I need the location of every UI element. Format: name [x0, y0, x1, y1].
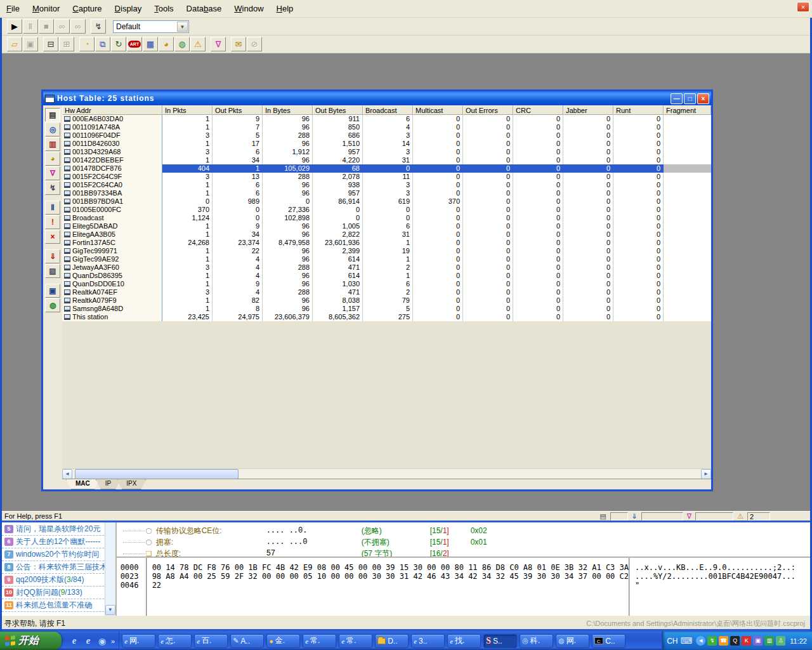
column-header-hw-addr[interactable]: Hw Addr — [62, 105, 162, 115]
host-address-cell[interactable]: 000EA6B03DA0 — [62, 115, 162, 123]
table-row[interactable]: Fortin137A5C24,26823,3748,479,95823,601,… — [62, 239, 711, 247]
table-row[interactable]: Eliteg5DABAD19961,005600000 — [62, 222, 711, 230]
column-header-runt[interactable]: Runt — [613, 105, 664, 115]
forum-topic-item[interactable]: 8公告：科来软件第三届技术 — [2, 561, 117, 574]
decode-field-row[interactable]: ◯传输协议忽略CE位:.... ..0.(忽略)[15/1]0x02 — [117, 525, 487, 536]
table-row[interactable]: GigTec999971122962,3991900000 — [62, 247, 711, 255]
tray-database-icon[interactable]: ▥ — [764, 636, 774, 646]
node-explorer-button[interactable]: ⧉ — [95, 37, 110, 51]
host-address-cell[interactable]: 001478DCF876 — [62, 164, 162, 173]
host-address-cell[interactable]: Eliteg5DABAD — [62, 222, 162, 230]
bar-chart-button[interactable]: ▥ — [45, 137, 60, 151]
table-row[interactable]: 01005E0000FC370027,3360000000 — [62, 206, 711, 214]
taskbar-button[interactable]: D.. — [375, 634, 409, 648]
forum-topic-item[interactable]: 11科来抓总包流量不准确 — [2, 599, 117, 612]
scroll-left-icon[interactable]: ◄ — [62, 469, 72, 479]
forum-topic-item[interactable]: 7windows20个节约你时间 — [2, 548, 117, 561]
tray-collapse-icon[interactable]: ◄ — [696, 636, 705, 646]
tray-update-icon[interactable]: ↯ — [707, 636, 717, 646]
minimize-button[interactable]: — — [671, 93, 683, 104]
table-row[interactable]: QuanDsD863951496614100000 — [62, 272, 711, 280]
alarm-icon[interactable]: ⚠ — [737, 512, 743, 521]
column-header-in-bytes[interactable]: In Bytes — [263, 105, 313, 115]
maximize-button[interactable]: □ — [684, 93, 696, 104]
host-address-cell[interactable]: Samsng8A648D — [62, 305, 162, 313]
details-view-button[interactable]: ▤ — [45, 108, 60, 122]
forum-topic-item[interactable]: 6关于人生的12个幽默------ — [2, 536, 117, 548]
host-address-cell[interactable]: JetwayAA3F60 — [62, 263, 162, 272]
open-project-button[interactable]: ▱ — [7, 37, 22, 51]
chevron-down-icon[interactable]: ▼ — [177, 22, 188, 32]
host-table-titlebar[interactable]: Host Table: 25 stations — □ × — [43, 91, 711, 105]
filter-button[interactable]: ∇ — [45, 166, 60, 180]
column-header-out-bytes[interactable]: Out Bytes — [313, 105, 363, 115]
delete-button[interactable]: × — [45, 230, 60, 244]
close-icon[interactable]: × — [797, 2, 809, 12]
table-row[interactable]: 0015F2C64C9F3132882,0781100000 — [62, 173, 711, 181]
column-header-out-errors[interactable]: Out Errors — [463, 105, 513, 115]
globe-online-button[interactable]: ◍ — [174, 37, 190, 51]
find-host-button[interactable]: ◎ — [45, 123, 60, 136]
host-address-cell[interactable]: QuanDsD86395 — [62, 272, 162, 280]
art-analysis-button[interactable]: ART — [127, 37, 142, 51]
language-indicator[interactable]: CH — [667, 637, 678, 646]
host-address-cell[interactable]: GigTec99AE92 — [62, 255, 162, 263]
table-row[interactable]: 001478DCF8764041105,02968000000 — [62, 164, 711, 173]
taskbar-button[interactable]: e百. — [194, 634, 228, 648]
taskbar-button[interactable]: e3.. — [411, 634, 445, 648]
computer-button[interactable]: ▣ — [45, 284, 60, 298]
table-row[interactable]: 0013D4329A68361,912957300000 — [62, 148, 711, 156]
taskbar-button[interactable]: e怎. — [158, 634, 192, 648]
start-capture-button[interactable]: ▶ — [7, 19, 22, 34]
table-row[interactable]: RealtkA079F9182968,0387900000 — [62, 296, 711, 305]
column-header-broadcast[interactable]: Broadcast — [363, 105, 413, 115]
hex-ascii-column[interactable]: ..x..v...KB...E..9.0..........;2..:....%… — [630, 558, 810, 616]
menu-help[interactable]: Help — [270, 0, 300, 17]
taskbar-button[interactable]: e常. — [303, 634, 336, 648]
column-header-in-pkts[interactable]: In Pkts — [162, 105, 213, 115]
table-row[interactable]: 0011091A748A1796850400000 — [62, 123, 711, 131]
forum-topic-item[interactable]: 5请问，瑞星杀软降价20元 — [2, 523, 117, 536]
scroll-down-icon[interactable]: ▼ — [105, 605, 115, 615]
tab-mac[interactable]: MAC — [66, 479, 100, 489]
table-row[interactable]: This station23,42524,97523,606,3798,605,… — [62, 313, 711, 321]
locate-button[interactable]: ⇓ — [45, 249, 60, 263]
host-address-cell[interactable]: RealtkA074EF — [62, 288, 162, 296]
wizard-button[interactable]: ↯ — [45, 181, 60, 195]
tray-user-icon[interactable]: ♙ — [776, 636, 785, 646]
host-address-cell[interactable]: 001422DBEBEF — [62, 156, 162, 164]
host-address-cell[interactable]: RealtkA079F9 — [62, 296, 162, 305]
host-address-cell[interactable]: Fortin137A5C — [62, 239, 162, 247]
quicklaunch-messenger-icon[interactable]: ◉ — [96, 636, 108, 646]
table-row[interactable]: GigTec99AE921496614100000 — [62, 255, 711, 263]
tray-qq-icon[interactable]: Q — [730, 636, 740, 646]
table-row[interactable]: Broadcast1,1240102,8980000000 — [62, 214, 711, 222]
properties-button[interactable]: ▨ — [45, 264, 60, 278]
host-address-cell[interactable]: Broadcast — [62, 214, 162, 222]
table-row[interactable]: QuanDsDD0E1019961,030600000 — [62, 280, 711, 288]
host-address-cell[interactable]: GigTec999971 — [62, 247, 162, 255]
taskbar-button[interactable]: SS.. — [483, 634, 517, 648]
column-header-fragment[interactable]: Fragment — [664, 105, 711, 115]
host-address-cell[interactable]: QuanDsDD0E10 — [62, 280, 162, 288]
graph-icon[interactable]: ⇓ — [632, 512, 638, 521]
menu-monitor[interactable]: Monitor — [26, 0, 66, 17]
table-row[interactable]: 0015F2C64CA01696938300000 — [62, 181, 711, 189]
host-address-cell[interactable]: 01005E0000FC — [62, 206, 162, 214]
pause-button[interactable]: Ⅱ — [45, 201, 60, 215]
refresh-button[interactable]: ↻ — [111, 37, 126, 51]
pie-chart-button[interactable]: ◕ — [45, 152, 60, 166]
taskbar-button[interactable]: ◎科. — [520, 634, 553, 648]
taskbar-button[interactable]: ◍网. — [556, 634, 589, 648]
host-address-cell[interactable]: 0013D4329A68 — [62, 148, 162, 156]
alarm-log-button[interactable]: ⚠ — [190, 37, 206, 51]
scroll-right-icon[interactable]: ► — [701, 469, 711, 479]
capture-wizard-button[interactable]: ↯ — [91, 19, 106, 34]
filter-icon[interactable]: ∇ — [687, 512, 691, 521]
taskbar-button[interactable]: ✎A.. — [230, 634, 264, 648]
taskbar-button[interactable]: e找. — [447, 634, 481, 648]
column-header-multicast[interactable]: Multicast — [413, 105, 463, 115]
table-header-row[interactable]: Hw AddrIn PktsOut PktsIn BytesOut BytesB… — [62, 105, 711, 115]
start-button[interactable]: 开始 — [0, 632, 62, 650]
host-address-cell[interactable]: 001BB97BD9A1 — [62, 197, 162, 206]
